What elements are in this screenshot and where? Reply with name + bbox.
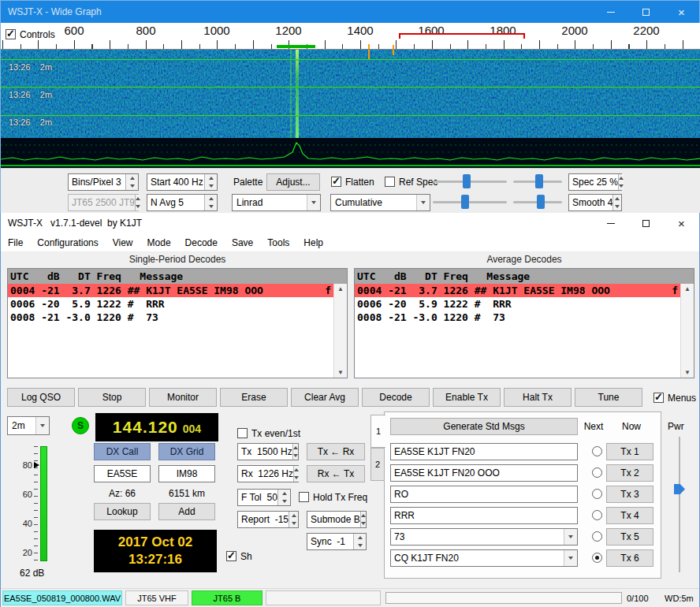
add-button[interactable]: Add: [158, 503, 215, 520]
slider-handle[interactable]: [535, 174, 543, 188]
minimize-button[interactable]: [593, 1, 628, 23]
menu-file[interactable]: File: [1, 233, 30, 252]
bins-pixel-spinner[interactable]: Bins/Pixel 3: [68, 173, 139, 191]
tx-message-4-input[interactable]: RRR: [390, 507, 578, 524]
decode-row[interactable]: 0006 -20 5.9 1222 # RRR: [355, 297, 680, 311]
slider-handle[interactable]: [461, 195, 469, 209]
pwr-slider[interactable]: [672, 437, 687, 572]
next-radio-6[interactable]: [592, 553, 602, 563]
scroll-down-icon[interactable]: ▼: [334, 369, 347, 376]
submode-spinner[interactable]: Submode B: [307, 511, 367, 528]
rx-from-tx-button[interactable]: Rx ← Tx: [307, 465, 365, 482]
next-radio-5[interactable]: [592, 531, 602, 542]
spinner-arrows-icon[interactable]: [125, 174, 138, 190]
tx-even-checkbox[interactable]: Tx even/1st: [237, 427, 300, 439]
frequency-scale[interactable]: Controls 600 800 1000 1200 1400 1600 180…: [1, 23, 700, 50]
adjust-palette-button[interactable]: Adjust...: [266, 173, 320, 191]
report-spinner[interactable]: Report -15: [237, 511, 299, 528]
tx-message-3-input[interactable]: RO: [390, 486, 578, 503]
tx-6-button[interactable]: Tx 6: [606, 549, 653, 567]
monitor-button[interactable]: Monitor: [149, 388, 217, 407]
scroll-down-icon[interactable]: ▼: [681, 369, 694, 376]
flatten-checkbox[interactable]: Flatten: [331, 176, 374, 188]
tab-1[interactable]: 1: [370, 415, 385, 448]
display-mode-select[interactable]: Cumulative: [330, 194, 430, 211]
tx-2-button[interactable]: Tx 2: [606, 464, 653, 482]
menus-checkbox[interactable]: Menus: [653, 392, 696, 404]
spinner-arrows-icon[interactable]: [289, 512, 298, 527]
menu-view[interactable]: View: [106, 233, 140, 252]
tune-button[interactable]: Tune: [575, 388, 642, 407]
wide-graph-titlebar[interactable]: WSJT-X - Wide Graph ×: [1, 1, 699, 23]
spinner-arrows-icon[interactable]: [292, 444, 298, 460]
tx-3-button[interactable]: Tx 3: [606, 486, 653, 503]
tx-message-1-input[interactable]: EA5SE K1JT FN20: [390, 443, 578, 460]
decode-row[interactable]: 0004 -21 3.7 1226 ## K1JT EA5SE IM98 OOO…: [355, 284, 680, 297]
scrollbar[interactable]: ▲▼: [333, 284, 347, 378]
next-radio-1[interactable]: [592, 446, 602, 456]
spec-percent-spinner[interactable]: Spec 25 %: [568, 173, 622, 191]
menu-save[interactable]: Save: [225, 233, 260, 252]
spinner-arrows-icon[interactable]: [353, 534, 366, 549]
sync-spinner[interactable]: Sync -1: [307, 533, 367, 550]
maximize-button[interactable]: [628, 1, 664, 23]
main-titlebar[interactable]: WSJT-X v1.7.1-devel by K1JT ×: [1, 213, 699, 233]
close-button[interactable]: ×: [664, 1, 699, 23]
decode-row[interactable]: 0006 -20 5.9 1222 # RRR: [8, 297, 333, 311]
menu-tools[interactable]: Tools: [260, 233, 296, 252]
chevron-down-icon[interactable]: [564, 550, 577, 566]
log-qso-button[interactable]: Log QSO: [7, 388, 75, 407]
rx-freq-spinner[interactable]: Rx 1226 Hz: [237, 465, 299, 482]
chevron-down-icon[interactable]: [564, 529, 577, 545]
zero2-slider[interactable]: [513, 194, 562, 210]
next-radio-2[interactable]: [592, 467, 602, 478]
spinner-arrows-icon[interactable]: [612, 195, 621, 210]
palette-select[interactable]: Linrad: [232, 194, 321, 211]
gain2-slider[interactable]: [433, 194, 507, 210]
slider-handle[interactable]: [463, 174, 471, 188]
next-radio-3[interactable]: [592, 489, 602, 499]
tab-2[interactable]: 2: [370, 448, 385, 481]
next-radio-4[interactable]: [592, 510, 602, 520]
controls-checkbox[interactable]: Controls: [6, 28, 55, 40]
enable-tx-button[interactable]: Enable Tx: [433, 388, 501, 407]
tx-5-button[interactable]: Tx 5: [606, 528, 653, 546]
band-select[interactable]: 2m: [7, 416, 50, 435]
generate-std-msgs-button[interactable]: Generate Std Msgs: [390, 418, 578, 435]
dx-grid-field[interactable]: IM98: [158, 465, 215, 482]
zero-slider[interactable]: [513, 173, 562, 189]
halt-tx-button[interactable]: Halt Tx: [504, 388, 572, 407]
tx-4-button[interactable]: Tx 4: [606, 507, 653, 524]
tx-message-5-select[interactable]: 73: [390, 528, 578, 546]
spinner-arrows-icon[interactable]: [277, 490, 290, 505]
scroll-up-icon[interactable]: ▲: [681, 285, 694, 292]
minimize-button[interactable]: [593, 213, 628, 233]
menu-decode[interactable]: Decode: [178, 233, 225, 252]
dx-call-field[interactable]: EA5SE: [94, 465, 151, 482]
decode-button[interactable]: Decode: [362, 388, 430, 407]
spinner-arrows-icon[interactable]: [204, 174, 217, 190]
slider-handle[interactable]: [674, 484, 685, 494]
tx-from-rx-button[interactable]: Tx ← Rx: [307, 443, 365, 460]
tx-freq-spinner[interactable]: Tx 1500 Hz: [237, 443, 299, 460]
close-button[interactable]: ×: [664, 213, 699, 233]
erase-button[interactable]: Erase: [220, 388, 288, 407]
clear-avg-button[interactable]: Clear Avg: [291, 388, 359, 407]
decode-row[interactable]: 0008 -21 -3.0 1220 # 73: [8, 311, 333, 324]
dx-grid-button[interactable]: DX Grid: [158, 443, 215, 460]
spinner-arrows-icon[interactable]: [204, 195, 217, 210]
stop-button[interactable]: Stop: [78, 388, 146, 407]
spinner-arrows-icon[interactable]: [293, 466, 299, 482]
spinner-arrows-icon[interactable]: [618, 174, 624, 190]
scroll-up-icon[interactable]: ▲: [334, 285, 347, 292]
ref-spec-checkbox[interactable]: Ref Spec: [385, 176, 438, 188]
waterfall[interactable]: 13:26 2m 13:26 2m 13:26 2m: [1, 50, 700, 138]
scrollbar[interactable]: ▲▼: [680, 284, 694, 378]
gain-slider[interactable]: [433, 173, 507, 189]
menu-help[interactable]: Help: [296, 233, 330, 252]
tx-1-button[interactable]: Tx 1: [606, 443, 653, 460]
tx-message-6-select[interactable]: CQ K1JT FN20: [390, 549, 578, 567]
start-freq-spinner[interactable]: Start 400 Hz: [147, 173, 218, 191]
maximize-button[interactable]: [628, 213, 664, 233]
dx-call-button[interactable]: DX Call: [94, 443, 151, 460]
